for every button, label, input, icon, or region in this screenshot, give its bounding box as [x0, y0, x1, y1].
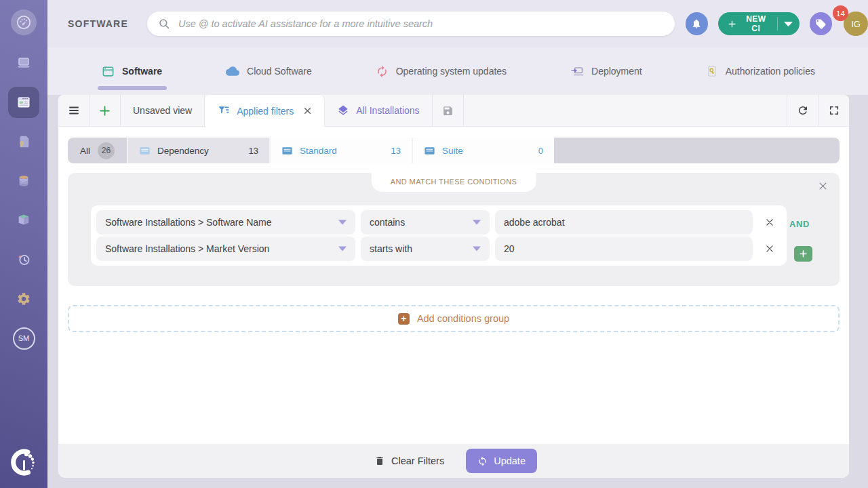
views-menu-button[interactable] — [58, 95, 90, 126]
field-value: Software Installations > Software Name — [105, 217, 272, 228]
tags-icon — [815, 18, 827, 30]
refresh-icon — [797, 104, 809, 117]
tab-label: Deployment — [591, 66, 642, 77]
deploy-icon — [570, 64, 584, 78]
tab-deployment[interactable]: Deployment — [570, 47, 642, 95]
close-filters-icon[interactable] — [303, 106, 312, 115]
dashboard-icon[interactable] — [11, 9, 37, 35]
field-select[interactable]: Software Installations > Market Version — [96, 237, 355, 261]
condition-row: Software Installations > Software Name c… — [96, 210, 781, 235]
applied-filters-tab[interactable]: Applied filters — [205, 95, 325, 127]
tab-software[interactable]: Software — [102, 47, 162, 95]
type-filter-dependency[interactable]: Dependency 13 — [127, 138, 269, 163]
segment-count: 13 — [391, 146, 401, 156]
remove-condition-button[interactable] — [758, 243, 781, 254]
saved-view-tab[interactable]: All Installations — [325, 95, 432, 126]
page-title: SOFTWARE — [68, 18, 128, 29]
tab-label: Software — [122, 66, 162, 77]
filters-content: All 26 Dependency 13 Standard 13 — [58, 127, 849, 444]
unsaved-view-label: Unsaved view — [133, 105, 192, 116]
bell-icon — [691, 18, 702, 29]
tab-os-updates[interactable]: Operating system updates — [376, 47, 507, 95]
sidebar-item-history[interactable] — [8, 244, 39, 275]
category-icon — [424, 145, 435, 157]
new-ci-label: NEW CI — [741, 14, 771, 33]
clear-filters-button[interactable]: Clear Filters — [370, 455, 448, 467]
unsaved-view-tab[interactable]: Unsaved view — [121, 95, 205, 126]
field-select[interactable]: Software Installations > Software Name — [96, 210, 355, 235]
add-condition-button[interactable] — [794, 246, 812, 262]
software-window-icon — [102, 65, 115, 78]
sm-badge: SM — [13, 327, 35, 350]
condition-joiner: AND — [789, 219, 810, 229]
sidebar-item-software[interactable] — [8, 87, 39, 118]
fullscreen-button[interactable] — [818, 95, 849, 126]
hamburger-icon — [68, 104, 80, 117]
category-icon — [139, 145, 151, 157]
type-filter-standard[interactable]: Standard 13 — [269, 138, 412, 163]
save-view-button[interactable] — [433, 95, 464, 126]
update-label: Update — [494, 455, 526, 466]
plus-icon — [728, 20, 736, 28]
segment-label: Dependency — [157, 146, 209, 156]
group-title: AND MATCH THESE CONDITIONS — [372, 173, 536, 192]
sidebar: SM — [0, 0, 47, 488]
trash-icon — [374, 455, 385, 466]
app-window: SM SOFTWARE NEW CI — [0, 0, 868, 488]
plus-icon — [98, 104, 111, 117]
remove-group-button[interactable] — [816, 180, 829, 192]
filter-icon — [217, 104, 230, 117]
type-filter-suite[interactable]: Suite 0 — [412, 138, 554, 163]
add-conditions-group-button[interactable]: + Add conditions group — [68, 305, 840, 332]
search-input[interactable] — [177, 18, 664, 30]
operator-select[interactable]: starts with — [361, 237, 490, 261]
view-toolbar: Unsaved view Applied filters All Install… — [58, 95, 849, 127]
condition-value-input[interactable] — [495, 237, 753, 261]
main-panel: Unsaved view Applied filters All Install… — [58, 95, 849, 478]
chevron-down-icon — [473, 220, 481, 225]
new-ci-button[interactable]: NEW CI — [718, 12, 800, 35]
sidebar-item-service-management[interactable]: SM — [8, 323, 39, 354]
tab-authorization-policies[interactable]: Authorization policies — [706, 47, 815, 95]
add-view-button[interactable] — [90, 95, 121, 126]
tags-button[interactable] — [810, 12, 833, 35]
notifications-button[interactable] — [686, 12, 709, 35]
clear-filters-label: Clear Filters — [391, 455, 444, 466]
tab-label: Authorization policies — [726, 66, 815, 77]
sidebar-item-certificates[interactable] — [8, 126, 39, 157]
sidebar-item-devices[interactable] — [8, 47, 39, 79]
sidebar-item-settings[interactable] — [8, 283, 39, 314]
sync-icon — [477, 456, 488, 466]
toolbar-spacer — [464, 95, 787, 126]
chevron-down-icon[interactable] — [784, 21, 793, 27]
chevron-down-icon — [338, 246, 347, 251]
sidebar-item-database[interactable] — [8, 165, 39, 197]
all-label: All — [80, 146, 90, 156]
user-menu: IG 14 — [844, 12, 868, 36]
update-button[interactable]: Update — [466, 449, 537, 473]
condition-value-input[interactable] — [495, 210, 753, 235]
operator-select[interactable]: contains — [361, 210, 490, 235]
sidebar-item-packages[interactable] — [8, 205, 39, 236]
category-icon — [281, 145, 293, 157]
search-icon — [158, 18, 170, 30]
applied-filters-label: Applied filters — [237, 106, 294, 117]
segment-count: 0 — [538, 146, 543, 156]
operator-value: starts with — [370, 243, 412, 254]
operator-value: contains — [370, 217, 405, 228]
refresh-button[interactable] — [787, 95, 818, 126]
all-count-badge: 26 — [98, 142, 115, 159]
top-header: SOFTWARE NEW CI — [47, 0, 868, 47]
tab-cloud-software[interactable]: Cloud Software — [226, 47, 312, 95]
tab-label: Operating system updates — [396, 66, 507, 77]
type-filter-bar: All 26 Dependency 13 Standard 13 — [68, 138, 840, 163]
cloud-icon — [226, 64, 239, 78]
remove-condition-button[interactable] — [758, 217, 781, 228]
layers-icon — [337, 104, 349, 117]
segment-label: Standard — [300, 146, 337, 156]
condition-rows: Software Installations > Software Name c… — [91, 205, 787, 266]
global-search — [147, 12, 675, 36]
module-tabs: Software Cloud Software Operating system… — [47, 47, 868, 95]
filter-actions-bar: Clear Filters Update — [58, 444, 849, 478]
type-filter-all[interactable]: All 26 — [68, 138, 127, 163]
